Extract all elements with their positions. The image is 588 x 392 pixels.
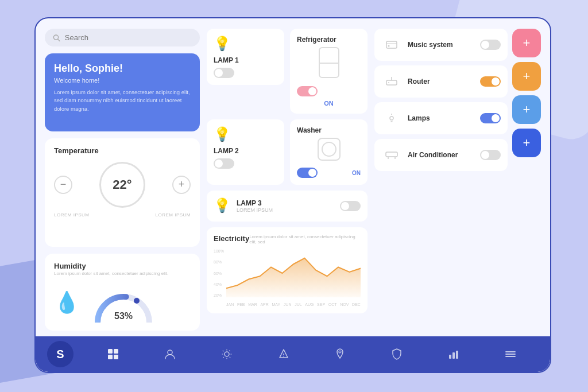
middle-panel: 💡 LAMP 1 Refrigerator ON <box>207 29 368 331</box>
music-system-icon <box>381 34 402 55</box>
lamp2-washer-row: 💡 LAMP 2 Washer ON <box>207 119 368 185</box>
refrigerator-card: Refrigerator ON <box>290 29 368 114</box>
temp-right-label: LOREM IPSUM <box>155 212 191 218</box>
welcome-body: Lorem ipsum dolor sit amet, consectetuer… <box>54 88 191 113</box>
add-button-3[interactable]: + <box>512 95 541 124</box>
refrigerator-status: ON <box>297 100 361 107</box>
svg-point-7 <box>388 82 389 83</box>
lamp2-toggle[interactable] <box>214 158 234 169</box>
temp-labels: LOREM IPSUM LOREM IPSUM <box>54 212 191 218</box>
smart-device-ac: Air Conditioner <box>374 139 508 171</box>
svg-rect-3 <box>386 41 397 48</box>
electricity-subtitle: Lorem ipsum dolor sit amet, consectetuer… <box>249 234 361 244</box>
router-icon <box>381 71 402 92</box>
lamp1-card: 💡 LAMP 1 <box>207 29 284 85</box>
svg-line-1 <box>58 39 60 41</box>
nav-items <box>85 344 539 364</box>
nav-item-security[interactable] <box>386 344 407 364</box>
refrigerator-toggle[interactable] <box>297 86 318 96</box>
left-panel: Hello, Sophie! Welcome home! Lorem ipsum… <box>45 29 200 331</box>
fridge-icon <box>319 47 339 78</box>
svg-point-19 <box>225 352 229 356</box>
music-system-info: Music system <box>408 41 474 49</box>
svg-point-18 <box>168 350 172 355</box>
svg-rect-11 <box>386 152 397 157</box>
lamp3-icon: 💡 <box>214 197 231 214</box>
electricity-header: Electricity Lorem ipsum dolor sit amet, … <box>214 234 361 244</box>
music-system-toggle[interactable] <box>480 40 501 50</box>
ac-name: Air Conditioner <box>408 151 474 159</box>
lamps-toggle[interactable] <box>480 113 501 123</box>
smart-device-lamps: Lamps <box>374 102 508 134</box>
svg-rect-14 <box>108 349 113 354</box>
nav-item-menu[interactable] <box>500 344 521 364</box>
add-button-2[interactable]: + <box>512 62 541 91</box>
humidity-label: Humidity <box>54 262 168 270</box>
humidity-header: Humidity Lorem ipsum dolor sit amet, con… <box>54 262 191 277</box>
washer-name: Washer <box>297 126 361 134</box>
lamp3-sublabel: LOREM IPSUM <box>237 207 334 213</box>
svg-point-22 <box>339 351 341 353</box>
content-area: Hello, Sophie! Welcome home! Lorem ipsum… <box>36 18 550 336</box>
electricity-chart: 100%80%60%40%20% <box>214 249 361 306</box>
ac-toggle[interactable] <box>480 150 501 160</box>
welcome-greeting: Hello, Sophie! <box>54 63 191 75</box>
nav-avatar: S <box>47 341 74 367</box>
svg-rect-17 <box>114 355 118 359</box>
lamp3-card: 💡 LAMP 3 LOREM IPSUM <box>207 191 368 222</box>
svg-point-21 <box>283 356 284 357</box>
lamp2-icon: 💡 <box>214 126 277 142</box>
add-button-4[interactable]: + <box>512 129 541 157</box>
svg-rect-23 <box>449 355 451 359</box>
humidity-card: Humidity Lorem ipsum dolor sit amet, con… <box>45 254 200 331</box>
temperature-card: Temperature − 22° + LOREM IPSUM LOREM IP… <box>45 138 200 247</box>
svg-rect-6 <box>386 80 397 85</box>
search-input[interactable] <box>65 33 192 42</box>
lamp2-card: 💡 LAMP 2 <box>207 119 284 185</box>
add-button-1[interactable]: + <box>512 29 541 57</box>
electricity-label: Electricity <box>214 234 249 243</box>
electricity-card: Electricity Lorem ipsum dolor sit amet, … <box>207 227 368 313</box>
nav-item-location[interactable] <box>330 344 350 364</box>
ac-icon <box>381 145 402 165</box>
washer-toggle[interactable] <box>297 168 318 178</box>
lamp3-toggle[interactable] <box>340 201 361 211</box>
lamp1-toggle[interactable] <box>214 68 234 78</box>
chart-y-labels: 100%80%60%40%20% <box>214 249 226 297</box>
search-bar[interactable] <box>45 29 200 46</box>
humidity-gauge: 53% <box>89 282 158 323</box>
lamp3-name: LAMP 3 <box>237 199 334 207</box>
nav-item-stats[interactable] <box>443 344 464 364</box>
lamp-cards-top: 💡 LAMP 1 Refrigerator ON <box>207 29 368 114</box>
temperature-label: Temperature <box>54 146 191 155</box>
router-toggle[interactable] <box>480 76 501 87</box>
chart-x-labels: JANFEBMARAPRMAYJUNJULAUGSEPOCTNOVDEC <box>226 302 361 306</box>
washer-status: ON <box>352 170 361 176</box>
right-panel: Music system Router <box>374 29 541 331</box>
bottom-nav: S <box>36 336 550 372</box>
add-buttons-column: + + + + <box>512 29 541 171</box>
music-system-name: Music system <box>408 41 474 49</box>
nav-item-dashboard[interactable] <box>103 344 123 364</box>
bubble-tail <box>63 114 79 122</box>
smart-devices-list: Music system Router <box>374 29 508 171</box>
welcome-subtitle: Welcome home! <box>54 77 191 84</box>
refrigerator-name: Refrigerator <box>297 36 361 44</box>
router-name: Router <box>408 77 474 86</box>
svg-point-5 <box>388 45 390 47</box>
outer-background: Hello, Sophie! Welcome home! Lorem ipsum… <box>0 0 588 392</box>
washer-drum <box>322 142 336 157</box>
nav-item-lights[interactable] <box>216 344 237 364</box>
smart-device-music: Music system <box>374 29 508 61</box>
main-card: Hello, Sophie! Welcome home! Lorem ipsum… <box>34 17 551 373</box>
temp-controls: − 22° + <box>54 162 191 208</box>
temp-increase-button[interactable]: + <box>172 176 191 194</box>
temp-left-label: LOREM IPSUM <box>54 212 90 218</box>
lamp1-icon: 💡 <box>214 36 277 52</box>
electricity-svg-chart <box>226 249 361 297</box>
nav-item-alerts[interactable] <box>273 344 294 364</box>
nav-item-profile[interactable] <box>160 344 180 364</box>
temp-value: 22° <box>99 162 145 208</box>
temp-decrease-button[interactable]: − <box>54 176 72 194</box>
router-info: Router <box>408 77 474 86</box>
